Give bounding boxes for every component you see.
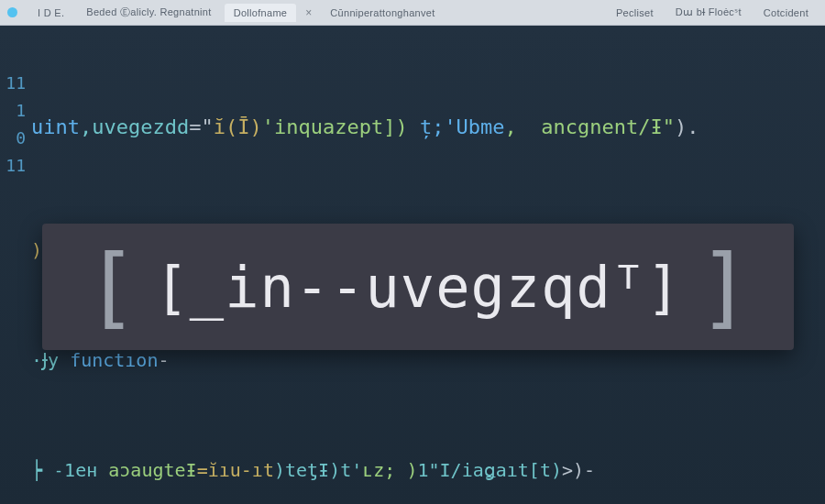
- code-line: uint ,uvegezdd =" ĭ(Ī) 'inquazept]) ț;'U…: [31, 114, 825, 141]
- code-editor[interactable]: 11 1 0 11 uint ,uvegezdd =" ĭ(Ī) 'inquaz…: [0, 26, 825, 504]
- line-number-gutter: 11 1 0 11: [0, 26, 31, 504]
- bracket-left-icon: [85, 243, 138, 331]
- tab-file-2[interactable]: Dollofname: [225, 4, 297, 22]
- token-call: ĭ(Ī): [214, 114, 262, 141]
- code-line: ·Ɉy functıon -: [31, 346, 825, 374]
- token-punc: ): [31, 236, 42, 264]
- tab-action-3[interactable]: Cotcident: [754, 4, 818, 22]
- token-string: , ancgnent/Ɨ": [505, 114, 675, 141]
- line-number: 1 0: [0, 97, 31, 152]
- line-number: 11: [0, 70, 31, 97]
- token-call: ĭıu-ıt: [208, 456, 274, 484]
- token-op: =: [197, 456, 208, 484]
- bracket-right-icon: [698, 243, 751, 331]
- token-punc: ┝ ˗1eн: [31, 456, 97, 484]
- tab-bar: I D E. Beded Ⓔalicly. Regnatnint Dollofn…: [0, 0, 825, 26]
- token-ident: )teƫƗ)t': [274, 456, 362, 484]
- window-control-dot[interactable]: [7, 7, 17, 17]
- token-punc: =": [189, 114, 214, 141]
- token-ident: aɔaugteƗ: [97, 456, 196, 484]
- tab-file-1[interactable]: Beded Ⓔalicly. Regnatnint: [77, 2, 220, 23]
- token-punc: -: [158, 346, 169, 374]
- tab-action-2[interactable]: Dɯ bƗ Floėcˢt: [666, 3, 751, 22]
- token-keyword: functıon: [70, 346, 158, 374]
- token-punc: >)-: [562, 456, 595, 484]
- tab-action-1[interactable]: Pecliset: [607, 4, 663, 22]
- token-ident: ț;'Ubme: [408, 114, 505, 141]
- token-ident: 1"I/iaǥaıt[t): [417, 456, 562, 484]
- token-string: 'inquazept]): [262, 114, 408, 141]
- token-punc: ·Ɉy: [31, 346, 70, 374]
- code-line: ┝ ˗1eн aɔaugteƗ = ĭıu-ıt )teƫƗ)t' ʟz; ) …: [31, 456, 825, 484]
- completion-text: [_in--uvegzqdᵀ]: [138, 254, 698, 321]
- line-number: 11: [0, 152, 31, 180]
- token-ident: ,uvegezdd: [80, 114, 189, 141]
- token-keyword: uint: [31, 114, 80, 141]
- token-punc: ).: [675, 114, 699, 141]
- token-string: ʟz; ): [362, 456, 417, 484]
- tab-file-3[interactable]: Cūnniperattonghanvet: [321, 4, 444, 22]
- completion-overlay[interactable]: [_in--uvegzqdᵀ]: [42, 224, 794, 350]
- ide-label: I D E.: [28, 4, 73, 22]
- close-icon[interactable]: ×: [305, 6, 312, 19]
